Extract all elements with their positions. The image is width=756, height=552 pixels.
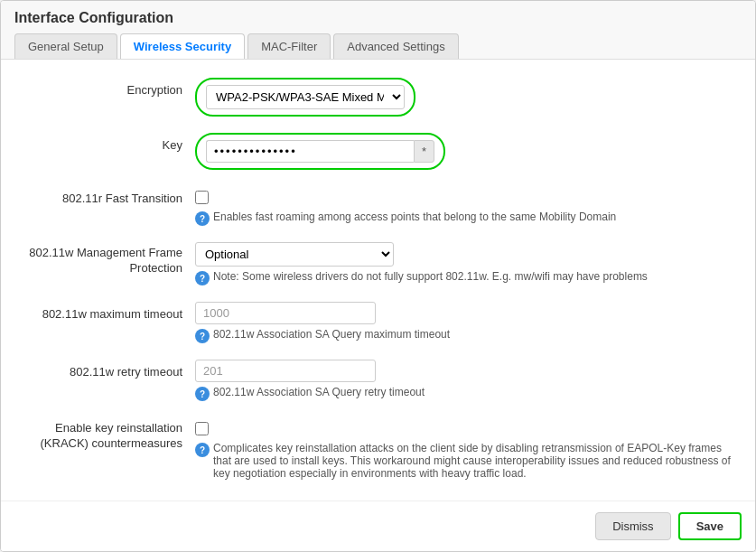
tab-content: Encryption WPA2-PSK/WPA3-SAE Mixed M WPA… — [1, 60, 755, 514]
krack-checkbox[interactable] — [195, 422, 209, 435]
key-toggle-button[interactable]: * — [414, 140, 434, 163]
krack-label: Enable key reinstallation (KRACK) counte… — [14, 417, 195, 452]
fast-transition-row: 802.11r Fast Transition ? Enables fast r… — [14, 186, 742, 226]
retry-timeout-label: 802.11w retry timeout — [14, 360, 195, 379]
encryption-row: Encryption WPA2-PSK/WPA3-SAE Mixed M WPA… — [14, 78, 742, 117]
max-timeout-input[interactable] — [195, 302, 376, 324]
fast-transition-control-wrap: ? Enables fast roaming among access poin… — [195, 186, 742, 226]
key-highlight: * — [195, 133, 445, 170]
key-control-wrap: * — [195, 133, 742, 170]
krack-checkbox-row — [195, 417, 742, 438]
retry-timeout-hint: ? 802.11w Association SA Query retry tim… — [195, 386, 742, 401]
max-timeout-control-wrap: ? 802.11w Association SA Query maximum t… — [195, 302, 742, 343]
encryption-select[interactable]: WPA2-PSK/WPA3-SAE Mixed M WPA2-PSK WPA3-… — [206, 85, 405, 109]
max-timeout-hint-text: 802.11w Association SA Query maximum tim… — [213, 328, 450, 341]
key-input[interactable] — [206, 140, 414, 163]
retry-timeout-hint-text: 802.11w Association SA Query retry timeo… — [213, 386, 425, 398]
retry-timeout-control-wrap: ? 802.11w Association SA Query retry tim… — [195, 360, 742, 401]
interface-config-panel: Interface Configuration General Setup Wi… — [0, 0, 756, 552]
mgmt-frame-row: 802.11w Management Frame Protection Disa… — [14, 242, 742, 285]
fast-transition-hint-text: Enables fast roaming among access points… — [213, 211, 616, 223]
krack-hint: ? Complicates key reinstallation attacks… — [195, 442, 742, 480]
retry-timeout-input[interactable] — [195, 360, 376, 382]
tab-mac-filter[interactable]: MAC-Filter — [247, 33, 331, 59]
retry-timeout-row: 802.11w retry timeout ? 802.11w Associat… — [14, 360, 742, 401]
max-timeout-label: 802.11w maximum timeout — [14, 302, 195, 321]
max-timeout-info-icon: ? — [195, 329, 210, 343]
fast-transition-checkbox[interactable] — [195, 191, 209, 204]
mgmt-frame-info-icon: ? — [195, 271, 210, 285]
tab-bar: General Setup Wireless Security MAC-Filt… — [14, 33, 742, 59]
page-title: Interface Configuration — [14, 10, 742, 26]
key-label: Key — [14, 133, 195, 152]
panel-header: Interface Configuration General Setup Wi… — [1, 1, 755, 60]
krack-info-icon: ? — [195, 443, 210, 457]
footer: Dismiss Save — [1, 501, 755, 551]
key-input-group: * — [206, 140, 434, 163]
fast-transition-info-icon: ? — [195, 211, 210, 226]
krack-row: Enable key reinstallation (KRACK) counte… — [14, 417, 742, 480]
tab-advanced-settings[interactable]: Advanced Settings — [333, 33, 458, 59]
encryption-highlight: WPA2-PSK/WPA3-SAE Mixed M WPA2-PSK WPA3-… — [195, 78, 415, 117]
fast-transition-checkbox-row — [195, 186, 742, 207]
dismiss-button[interactable]: Dismiss — [595, 512, 671, 540]
fast-transition-label: 802.11r Fast Transition — [14, 186, 195, 205]
key-row: Key * — [14, 133, 742, 170]
krack-control-wrap: ? Complicates key reinstallation attacks… — [195, 417, 742, 480]
encryption-label: Encryption — [14, 78, 195, 97]
mgmt-frame-control-wrap: Disabled Optional Required ? Note: Some … — [195, 242, 742, 285]
max-timeout-row: 802.11w maximum timeout ? 802.11w Associ… — [14, 302, 742, 343]
mgmt-frame-hint-text: Note: Some wireless drivers do not fully… — [213, 270, 648, 283]
max-timeout-hint: ? 802.11w Association SA Query maximum t… — [195, 328, 742, 343]
retry-timeout-info-icon: ? — [195, 387, 210, 401]
encryption-control-wrap: WPA2-PSK/WPA3-SAE Mixed M WPA2-PSK WPA3-… — [195, 78, 742, 117]
mgmt-frame-label: 802.11w Management Frame Protection — [14, 242, 195, 276]
mgmt-frame-select[interactable]: Disabled Optional Required — [195, 242, 394, 267]
tab-wireless-security[interactable]: Wireless Security — [120, 33, 245, 59]
mgmt-frame-hint: ? Note: Some wireless drivers do not ful… — [195, 270, 742, 285]
krack-hint-text: Complicates key reinstallation attacks o… — [213, 442, 742, 480]
tab-general-setup[interactable]: General Setup — [14, 33, 117, 59]
fast-transition-hint: ? Enables fast roaming among access poin… — [195, 211, 742, 226]
save-button[interactable]: Save — [678, 512, 742, 540]
